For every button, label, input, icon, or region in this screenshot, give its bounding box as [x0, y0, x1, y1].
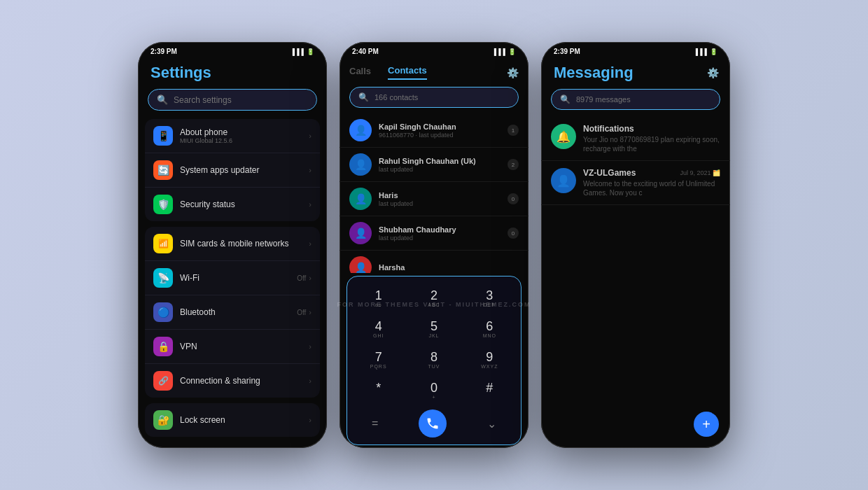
dialpad-key-5[interactable]: 5JKL — [407, 314, 461, 344]
msg-avatar-vzulgames: 👤 — [551, 168, 576, 193]
call-button[interactable] — [419, 410, 447, 438]
search-icon: 🔍 — [157, 94, 168, 105]
dialpad-grid: 1oo 2ABC 3DEF 4GHI 5JKL 6MNO 7PQRS 8TUV … — [351, 284, 517, 405]
dialpad-symbol-down[interactable]: ⌄ — [487, 417, 496, 430]
dialpad-actions: = ⌄ — [351, 410, 517, 438]
settings-group-1: 📱 About phone MIUI Global 12.5.6 › 🔄 Sys… — [145, 119, 320, 221]
dialpad-key-7[interactable]: 7PQRS — [351, 345, 405, 374]
message-item-vzulgames[interactable]: 👤 VZ-ULGames Jul 9, 2021 🗂️ Welcome to t… — [541, 161, 730, 205]
settings-item-connection[interactable]: 🔗 Connection & sharing › — [145, 364, 320, 398]
phone-tabs: Calls Contacts ⚙️ — [340, 58, 528, 83]
chevron-icon: › — [309, 342, 312, 351]
tab-contacts[interactable]: Contacts — [388, 65, 427, 80]
phone-phone: 2:40 PM ▐▐▐ 🔋 Calls Contacts ⚙️ 🔍 👤 Kapi… — [340, 42, 528, 448]
chevron-icon: › — [309, 377, 312, 385]
messaging-search-bar[interactable]: 🔍 — [551, 89, 720, 110]
chevron-icon: › — [309, 200, 312, 209]
lockscreen-label: Lock screen — [180, 415, 302, 425]
dialpad-key-3[interactable]: 3DEF — [463, 284, 517, 313]
system-apps-label: System apps updater — [180, 165, 302, 175]
settings-group-2: 📶 SIM cards & mobile networks › 📡 Wi-Fi … — [145, 227, 320, 398]
msg-sender: VZ-ULGames — [583, 168, 636, 178]
system-apps-icon: 🔄 — [153, 160, 173, 180]
settings-phone: 2:39 PM ▐▐▐ 🔋 Settings 🔍 📱 About phone M… — [138, 42, 327, 448]
dialpad-key-9[interactable]: 9WXYZ — [463, 345, 517, 374]
status-bar-settings: 2:39 PM ▐▐▐ 🔋 — [138, 42, 327, 58]
gear-icon[interactable]: ⚙️ — [507, 67, 519, 78]
search-settings-input[interactable] — [174, 95, 308, 105]
bluetooth-icon: 🔵 — [153, 302, 173, 322]
connection-icon: 🔗 — [153, 371, 173, 391]
contacts-search-bar[interactable]: 🔍 — [349, 87, 519, 108]
contact-badge: 2 — [507, 159, 519, 170]
contact-item[interactable]: 👤 Harsha — [340, 251, 528, 273]
about-phone-sub: MIUI Global 12.5.6 — [180, 137, 302, 144]
dialpad-key-8[interactable]: 8TUV — [407, 345, 461, 374]
settings-group-3: 🔐 Lock screen › — [145, 403, 320, 437]
messaging-phone: 2:39 PM ▐▐▐ 🔋 Messaging 🔍 🔔 Notification… — [541, 42, 730, 448]
messaging-gear-icon[interactable]: ⚙️ — [707, 67, 719, 78]
chevron-icon: › — [309, 166, 312, 174]
settings-content: Settings 🔍 📱 About phone MIUI Global 12.… — [138, 58, 327, 448]
settings-item-bluetooth[interactable]: 🔵 Bluetooth Off › — [145, 295, 320, 330]
chevron-icon: › — [309, 132, 312, 140]
contact-badge: 0 — [507, 193, 519, 204]
msg-preview: Your Jio no 8770869819 plan expiring soo… — [583, 135, 720, 153]
chevron-icon: › — [309, 416, 312, 424]
contact-item[interactable]: 👤 Shubham Chaudhary last updated 0 — [340, 216, 528, 251]
contact-item[interactable]: 👤 Haris last updated 0 — [340, 182, 528, 216]
contacts-search-input[interactable] — [374, 93, 510, 102]
dialpad-key-star[interactable]: * — [351, 376, 405, 405]
security-icon: 🛡️ — [153, 195, 173, 214]
settings-item-lockscreen[interactable]: 🔐 Lock screen › — [145, 403, 320, 437]
status-bar-phone: 2:40 PM ▐▐▐ 🔋 — [340, 42, 528, 58]
settings-item-sim[interactable]: 📶 SIM cards & mobile networks › — [145, 227, 320, 261]
wifi-label: Wi-Fi — [180, 273, 290, 283]
msg-preview: Welcome to the exciting world of Unlimit… — [583, 179, 720, 197]
messaging-search-input[interactable] — [576, 95, 711, 104]
contact-avatar: 👤 — [349, 256, 372, 273]
msg-sender: Notifications — [583, 124, 634, 134]
settings-search-bar[interactable]: 🔍 — [148, 89, 317, 111]
search-icon: 🔍 — [560, 94, 570, 104]
status-time: 2:39 PM — [150, 48, 177, 55]
messaging-content: Messaging 🔍 🔔 Notifications Your Jio no … — [541, 58, 730, 448]
dialpad-key-6[interactable]: 6MNO — [463, 314, 517, 344]
dialpad-key-4[interactable]: 4GHI — [351, 314, 405, 344]
contact-item[interactable]: 👤 Rahul Singh Chauhan (Uk) last updated … — [340, 148, 528, 182]
message-item-notifications[interactable]: 🔔 Notifications Your Jio no 8770869819 p… — [541, 117, 730, 161]
messaging-title: Messaging — [541, 58, 730, 89]
security-label: Security status — [180, 200, 302, 209]
settings-item-security[interactable]: 🛡️ Security status › — [145, 188, 320, 221]
dialpad-key-2[interactable]: 2ABC — [407, 284, 461, 313]
settings-item-about-phone[interactable]: 📱 About phone MIUI Global 12.5.6 › — [145, 119, 320, 153]
tab-calls[interactable]: Calls — [349, 66, 371, 79]
contact-item[interactable]: 👤 Kapil Singh Chauhan 9611068770 · last … — [340, 113, 528, 148]
status-time-phone: 2:40 PM — [352, 48, 379, 55]
dialpad-key-hash[interactable]: # — [463, 376, 517, 405]
settings-item-vpn[interactable]: 🔒 VPN › — [145, 330, 320, 364]
dialpad-symbol-eq[interactable]: = — [372, 417, 378, 430]
settings-item-wifi[interactable]: 📡 Wi-Fi Off › — [145, 261, 320, 295]
about-phone-label: About phone — [180, 127, 302, 137]
phone-icon — [426, 416, 440, 430]
status-time-messaging: 2:39 PM — [554, 48, 580, 55]
contact-badge: 1 — [507, 125, 519, 136]
status-icons: ▐▐▐ 🔋 — [290, 48, 314, 55]
compose-fab-button[interactable]: + — [694, 412, 719, 437]
contact-avatar: 👤 — [349, 153, 372, 176]
contact-avatar: 👤 — [349, 222, 372, 244]
lockscreen-icon: 🔐 — [153, 410, 173, 430]
dialpad-key-1[interactable]: 1oo — [351, 284, 405, 313]
chevron-icon: › — [309, 239, 312, 248]
dialpad-key-0[interactable]: 0+ — [407, 376, 461, 405]
search-icon: 🔍 — [358, 92, 369, 102]
settings-item-system-apps[interactable]: 🔄 System apps updater › — [145, 153, 320, 188]
sim-icon: 📶 — [153, 234, 173, 253]
dialpad: 1oo 2ABC 3DEF 4GHI 5JKL 6MNO 7PQRS 8TUV … — [346, 276, 522, 445]
bluetooth-label: Bluetooth — [180, 307, 290, 317]
msg-avatar-notifications: 🔔 — [551, 124, 576, 149]
msg-time: Jul 9, 2021 🗂️ — [680, 169, 720, 176]
about-phone-icon: 📱 — [153, 126, 173, 146]
vpn-icon: 🔒 — [153, 337, 173, 356]
